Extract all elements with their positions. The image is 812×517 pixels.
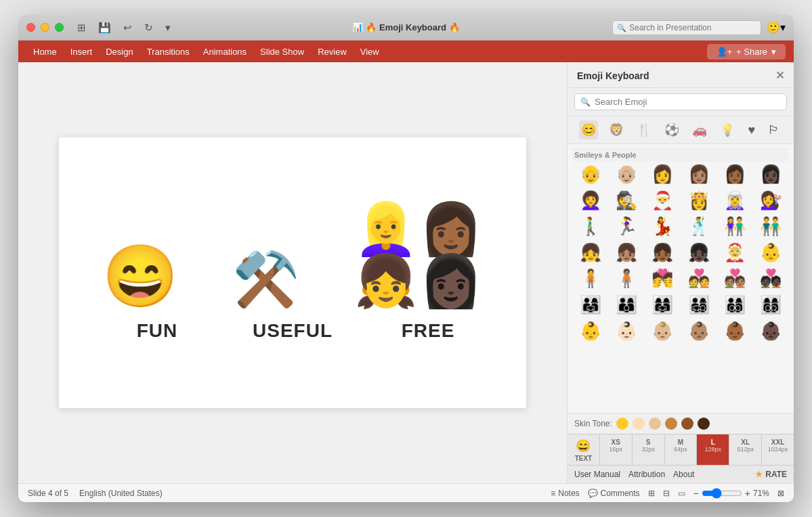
skin-tone-light[interactable] [633,418,645,430]
notes-button[interactable]: ≡ Notes [551,489,579,498]
emoji-cell[interactable]: 👩🏽 [681,162,716,187]
emoji-cell[interactable]: 👶🏼 [645,319,680,344]
redo-icon[interactable]: ↻ [142,20,156,35]
size-xs[interactable]: XS 16px [600,434,633,465]
about-link[interactable]: About [673,470,694,479]
emoji-cell[interactable]: 👫 [717,214,752,239]
menu-review[interactable]: Review [311,44,354,60]
category-food[interactable]: 🍴 [635,120,654,139]
category-activities[interactable]: ⚽ [662,120,681,139]
share-button[interactable]: 👤+ + Share ▾ [707,44,786,60]
emoji-cell[interactable]: 🧍 [573,266,607,291]
slide-view-present[interactable]: ▭ [678,489,685,498]
user-manual-link[interactable]: User Manual [574,470,620,479]
emoji-cell[interactable]: 💑 [681,266,716,291]
size-xl[interactable]: XL 512px [729,434,762,465]
emoji-cell[interactable]: 👶🏻 [609,319,643,344]
category-objects[interactable]: 💡 [718,120,737,139]
emoji-cell[interactable]: 🕺 [681,214,716,239]
emoji-cell[interactable]: 👬 [754,214,788,239]
emoji-cell[interactable]: 🧍🏽 [609,266,643,291]
emoji-cell[interactable]: 👨‍👩‍👧‍👦 [681,292,716,317]
sidebar-toggle-icon[interactable]: ⊞ [74,20,89,35]
zoom-slider[interactable] [702,488,742,499]
emoji-cell[interactable]: 👶🏿 [754,319,788,344]
save-icon[interactable]: 💾 [95,20,114,35]
menu-animations[interactable]: Animations [196,44,253,60]
emoji-cell[interactable]: 💑🏿 [754,266,788,291]
category-symbols[interactable]: ♥ [746,121,758,139]
emoji-cell[interactable]: 👨‍👩‍👧 [573,292,607,317]
size-s[interactable]: S 32px [633,434,665,465]
emoji-cell[interactable]: 👶🏽 [681,319,716,344]
menu-transitions[interactable]: Transitions [140,44,196,60]
emoji-cell[interactable]: 💃 [645,214,680,239]
category-smileys[interactable]: 😊 [579,120,598,139]
emoji-cell[interactable]: 💑🏽 [717,266,752,291]
emoji-cell[interactable]: 🚶‍♂️ [573,214,607,239]
emoji-grid-area[interactable]: Smileys & People 👴 👴🏼 👩 👩🏽 👩🏾 👩🏿 👩‍🦱 🕵️ … [568,144,794,413]
skin-tone-medium[interactable] [665,418,677,430]
size-l[interactable]: L 128px [697,434,729,465]
emoji-cell[interactable]: 👶 [754,240,788,265]
skin-tone-medium-light[interactable] [649,418,661,430]
fit-to-window-button[interactable]: ⊠ [777,489,784,498]
emoji-cell[interactable]: 👨‍👩‍👦 [609,292,643,317]
emoji-cell[interactable]: 👨‍👩‍👦‍👦 [717,292,752,317]
size-m[interactable]: M 64px [665,434,698,465]
menu-view[interactable]: View [354,44,386,60]
comments-button[interactable]: 💬 Comments [588,489,640,498]
emoji-cell[interactable]: 🕵️ [609,188,643,213]
emoji-cell[interactable]: 🏃‍♀️ [609,214,643,239]
emoji-cell[interactable]: 👴🏼 [609,162,643,187]
emoji-cell[interactable]: 👩 [645,162,680,187]
emoji-cell[interactable]: 👩🏿 [754,162,788,187]
menu-slideshow[interactable]: Slide Show [253,44,311,60]
size-text[interactable]: 😄 TEXT [568,434,600,465]
emoji-cell[interactable]: 👧 [573,240,607,265]
emoji-cell[interactable]: 👩‍👩‍👧 [645,292,680,317]
maximize-button[interactable] [55,23,64,32]
zoom-out-button[interactable]: − [693,488,699,499]
emoji-cell[interactable]: 👶 [573,319,607,344]
rate-button[interactable]: ★ RATE [755,470,787,479]
minimize-button[interactable] [41,23,49,32]
emoji-cell[interactable]: 👶🏾 [717,319,752,344]
menu-home[interactable]: Home [26,44,64,60]
skin-tone-yellow[interactable] [616,418,628,430]
category-travel[interactable]: 🚗 [690,120,709,139]
slide-view-normal[interactable]: ⊞ [648,489,655,498]
size-xxl[interactable]: XXL 1024px [762,434,794,465]
emoji-cell[interactable]: 👩‍👩‍👦‍👦 [754,292,788,317]
undo-icon[interactable]: ↩ [121,20,135,35]
search-presentation-input[interactable] [612,20,761,35]
emoji-search-input[interactable] [595,97,781,107]
emoji-cell[interactable]: 👧🏾 [645,240,680,265]
close-panel-button[interactable]: ✕ [775,69,784,82]
category-animals[interactable]: 🦁 [607,120,626,139]
emoji-cell[interactable]: 👧🏿 [681,240,716,265]
emoji-cell[interactable]: 👴 [573,162,607,187]
emoji-cell[interactable]: 💏 [645,266,680,291]
emoji-cell[interactable]: 👧🏽 [609,240,643,265]
menu-insert[interactable]: Insert [64,44,100,60]
attribution-link[interactable]: Attribution [628,470,665,479]
menu-design[interactable]: Design [99,44,140,60]
emoji-cell[interactable]: 🧝‍♀️ [717,188,752,213]
emoji-cell[interactable]: 👩🏾 [717,162,752,187]
titlebar-right: 🙂▾ [612,20,786,35]
skin-tone-medium-dark[interactable] [681,418,693,430]
slide-view-grid[interactable]: ⊟ [663,489,670,498]
emoji-cell[interactable]: 👩‍🦱 [573,188,607,213]
emoji-cell[interactable]: 🎅 [645,188,680,213]
emoji-cell[interactable]: 👸 [681,188,716,213]
emoji-cell[interactable]: 💇‍♀️ [754,188,788,213]
zoom-in-button[interactable]: + [745,488,750,499]
zoom-controls: − + 71% [693,488,769,499]
skin-tone-dark[interactable] [698,418,710,430]
emoji-cell[interactable]: 🤶 [717,240,752,265]
category-flags[interactable]: 🏳 [766,121,782,139]
dropdown-icon[interactable]: ▾ [163,20,173,35]
emoji-face-button[interactable]: 🙂▾ [767,21,786,34]
close-button[interactable] [26,23,35,32]
